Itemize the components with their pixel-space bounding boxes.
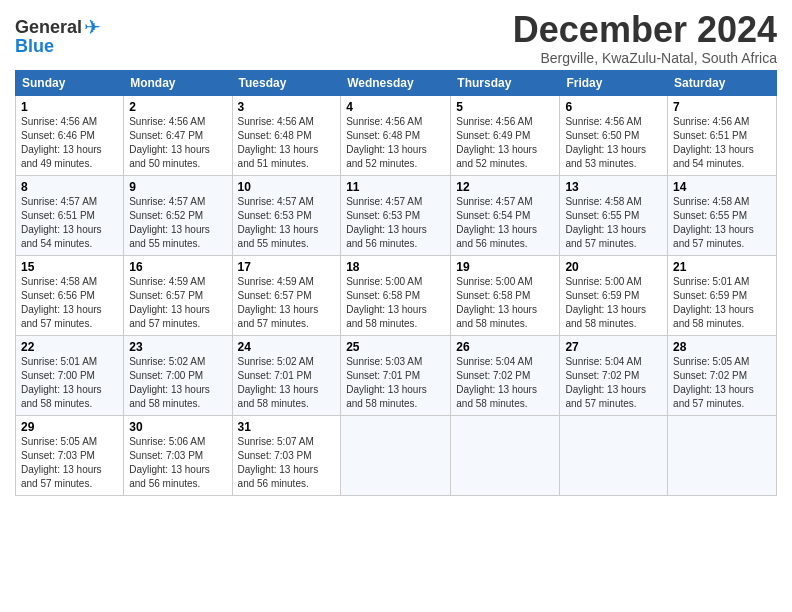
day-info: Sunrise: 4:56 AMSunset: 6:46 PMDaylight:… (21, 116, 102, 169)
day-info: Sunrise: 5:03 AMSunset: 7:01 PMDaylight:… (346, 356, 427, 409)
day-number: 21 (673, 260, 771, 274)
calendar-day-cell: 13 Sunrise: 4:58 AMSunset: 6:55 PMDaylig… (560, 175, 668, 255)
calendar-table: Sunday Monday Tuesday Wednesday Thursday… (15, 70, 777, 496)
calendar-day-cell: 11 Sunrise: 4:57 AMSunset: 6:53 PMDaylig… (341, 175, 451, 255)
day-number: 11 (346, 180, 445, 194)
day-info: Sunrise: 4:58 AMSunset: 6:55 PMDaylight:… (673, 196, 754, 249)
day-number: 19 (456, 260, 554, 274)
day-info: Sunrise: 4:57 AMSunset: 6:51 PMDaylight:… (21, 196, 102, 249)
calendar-day-cell: 12 Sunrise: 4:57 AMSunset: 6:54 PMDaylig… (451, 175, 560, 255)
calendar-week-row: 29 Sunrise: 5:05 AMSunset: 7:03 PMDaylig… (16, 415, 777, 495)
col-monday: Monday (124, 70, 232, 95)
day-info: Sunrise: 4:56 AMSunset: 6:48 PMDaylight:… (238, 116, 319, 169)
day-number: 9 (129, 180, 226, 194)
day-number: 1 (21, 100, 118, 114)
day-number: 16 (129, 260, 226, 274)
day-info: Sunrise: 5:00 AMSunset: 6:58 PMDaylight:… (456, 276, 537, 329)
logo-blue: Blue (15, 36, 54, 57)
calendar-day-cell: 27 Sunrise: 5:04 AMSunset: 7:02 PMDaylig… (560, 335, 668, 415)
calendar-week-row: 8 Sunrise: 4:57 AMSunset: 6:51 PMDayligh… (16, 175, 777, 255)
calendar-day-cell (341, 415, 451, 495)
day-number: 14 (673, 180, 771, 194)
calendar-day-cell: 6 Sunrise: 4:56 AMSunset: 6:50 PMDayligh… (560, 95, 668, 175)
day-number: 10 (238, 180, 336, 194)
calendar-day-cell: 2 Sunrise: 4:56 AMSunset: 6:47 PMDayligh… (124, 95, 232, 175)
day-info: Sunrise: 5:04 AMSunset: 7:02 PMDaylight:… (565, 356, 646, 409)
page-container: General ✈ Blue December 2024 Bergville, … (0, 0, 792, 501)
calendar-day-cell: 9 Sunrise: 4:57 AMSunset: 6:52 PMDayligh… (124, 175, 232, 255)
calendar-day-cell: 8 Sunrise: 4:57 AMSunset: 6:51 PMDayligh… (16, 175, 124, 255)
day-info: Sunrise: 5:06 AMSunset: 7:03 PMDaylight:… (129, 436, 210, 489)
calendar-day-cell: 15 Sunrise: 4:58 AMSunset: 6:56 PMDaylig… (16, 255, 124, 335)
calendar-day-cell: 28 Sunrise: 5:05 AMSunset: 7:02 PMDaylig… (668, 335, 777, 415)
day-info: Sunrise: 5:00 AMSunset: 6:58 PMDaylight:… (346, 276, 427, 329)
calendar-day-cell: 18 Sunrise: 5:00 AMSunset: 6:58 PMDaylig… (341, 255, 451, 335)
calendar-day-cell: 3 Sunrise: 4:56 AMSunset: 6:48 PMDayligh… (232, 95, 341, 175)
day-number: 6 (565, 100, 662, 114)
calendar-day-cell: 25 Sunrise: 5:03 AMSunset: 7:01 PMDaylig… (341, 335, 451, 415)
day-info: Sunrise: 4:56 AMSunset: 6:50 PMDaylight:… (565, 116, 646, 169)
day-info: Sunrise: 4:56 AMSunset: 6:49 PMDaylight:… (456, 116, 537, 169)
calendar-day-cell: 26 Sunrise: 5:04 AMSunset: 7:02 PMDaylig… (451, 335, 560, 415)
day-info: Sunrise: 4:59 AMSunset: 6:57 PMDaylight:… (129, 276, 210, 329)
calendar-day-cell: 20 Sunrise: 5:00 AMSunset: 6:59 PMDaylig… (560, 255, 668, 335)
calendar-day-cell: 24 Sunrise: 5:02 AMSunset: 7:01 PMDaylig… (232, 335, 341, 415)
title-block: December 2024 Bergville, KwaZulu-Natal, … (513, 10, 777, 66)
calendar-day-cell: 14 Sunrise: 4:58 AMSunset: 6:55 PMDaylig… (668, 175, 777, 255)
day-info: Sunrise: 4:57 AMSunset: 6:53 PMDaylight:… (346, 196, 427, 249)
calendar-day-cell (451, 415, 560, 495)
calendar-day-cell: 29 Sunrise: 5:05 AMSunset: 7:03 PMDaylig… (16, 415, 124, 495)
col-wednesday: Wednesday (341, 70, 451, 95)
day-number: 4 (346, 100, 445, 114)
day-info: Sunrise: 4:58 AMSunset: 6:56 PMDaylight:… (21, 276, 102, 329)
day-info: Sunrise: 4:56 AMSunset: 6:48 PMDaylight:… (346, 116, 427, 169)
day-info: Sunrise: 5:02 AMSunset: 7:01 PMDaylight:… (238, 356, 319, 409)
month-title: December 2024 (513, 10, 777, 50)
day-info: Sunrise: 4:57 AMSunset: 6:53 PMDaylight:… (238, 196, 319, 249)
calendar-day-cell: 22 Sunrise: 5:01 AMSunset: 7:00 PMDaylig… (16, 335, 124, 415)
calendar-week-row: 15 Sunrise: 4:58 AMSunset: 6:56 PMDaylig… (16, 255, 777, 335)
calendar-day-cell: 21 Sunrise: 5:01 AMSunset: 6:59 PMDaylig… (668, 255, 777, 335)
calendar-day-cell: 31 Sunrise: 5:07 AMSunset: 7:03 PMDaylig… (232, 415, 341, 495)
day-number: 5 (456, 100, 554, 114)
day-number: 30 (129, 420, 226, 434)
day-info: Sunrise: 5:02 AMSunset: 7:00 PMDaylight:… (129, 356, 210, 409)
calendar-week-row: 1 Sunrise: 4:56 AMSunset: 6:46 PMDayligh… (16, 95, 777, 175)
day-number: 12 (456, 180, 554, 194)
day-info: Sunrise: 4:57 AMSunset: 6:54 PMDaylight:… (456, 196, 537, 249)
day-number: 13 (565, 180, 662, 194)
day-info: Sunrise: 5:04 AMSunset: 7:02 PMDaylight:… (456, 356, 537, 409)
calendar-day-cell: 30 Sunrise: 5:06 AMSunset: 7:03 PMDaylig… (124, 415, 232, 495)
day-number: 3 (238, 100, 336, 114)
day-number: 28 (673, 340, 771, 354)
calendar-day-cell (560, 415, 668, 495)
day-info: Sunrise: 4:59 AMSunset: 6:57 PMDaylight:… (238, 276, 319, 329)
header: General ✈ Blue December 2024 Bergville, … (15, 10, 777, 66)
day-number: 24 (238, 340, 336, 354)
day-number: 22 (21, 340, 118, 354)
day-info: Sunrise: 5:05 AMSunset: 7:03 PMDaylight:… (21, 436, 102, 489)
logo: General ✈ Blue (15, 15, 101, 57)
day-info: Sunrise: 4:56 AMSunset: 6:47 PMDaylight:… (129, 116, 210, 169)
calendar-day-cell: 23 Sunrise: 5:02 AMSunset: 7:00 PMDaylig… (124, 335, 232, 415)
col-tuesday: Tuesday (232, 70, 341, 95)
day-number: 15 (21, 260, 118, 274)
calendar-day-cell: 1 Sunrise: 4:56 AMSunset: 6:46 PMDayligh… (16, 95, 124, 175)
day-number: 31 (238, 420, 336, 434)
day-number: 17 (238, 260, 336, 274)
day-number: 2 (129, 100, 226, 114)
day-number: 29 (21, 420, 118, 434)
calendar-day-cell: 10 Sunrise: 4:57 AMSunset: 6:53 PMDaylig… (232, 175, 341, 255)
calendar-day-cell: 19 Sunrise: 5:00 AMSunset: 6:58 PMDaylig… (451, 255, 560, 335)
day-info: Sunrise: 5:00 AMSunset: 6:59 PMDaylight:… (565, 276, 646, 329)
day-info: Sunrise: 4:58 AMSunset: 6:55 PMDaylight:… (565, 196, 646, 249)
day-number: 8 (21, 180, 118, 194)
day-info: Sunrise: 4:57 AMSunset: 6:52 PMDaylight:… (129, 196, 210, 249)
col-friday: Friday (560, 70, 668, 95)
logo-general: General (15, 17, 82, 38)
calendar-week-row: 22 Sunrise: 5:01 AMSunset: 7:00 PMDaylig… (16, 335, 777, 415)
day-number: 20 (565, 260, 662, 274)
calendar-day-cell: 4 Sunrise: 4:56 AMSunset: 6:48 PMDayligh… (341, 95, 451, 175)
location: Bergville, KwaZulu-Natal, South Africa (513, 50, 777, 66)
calendar-day-cell: 7 Sunrise: 4:56 AMSunset: 6:51 PMDayligh… (668, 95, 777, 175)
